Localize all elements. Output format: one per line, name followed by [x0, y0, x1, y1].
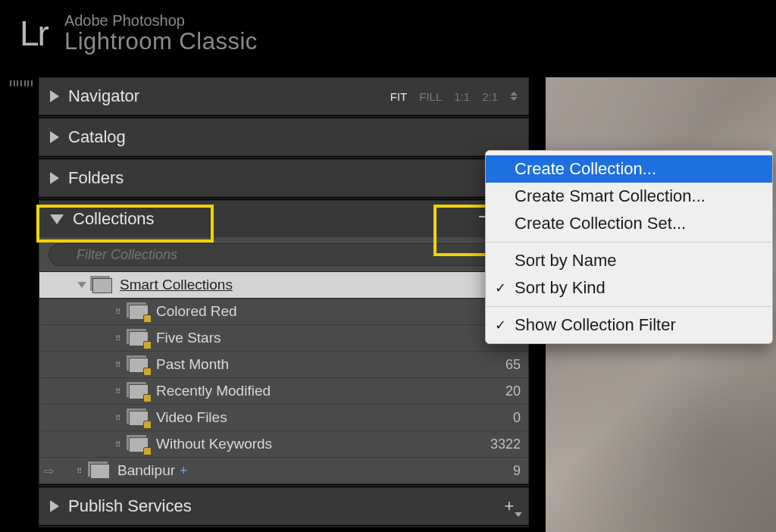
panel-folders: Folders +: [39, 159, 529, 197]
gear-icon: [143, 341, 152, 349]
tree-row[interactable]: ⠿ Five Stars 0: [39, 325, 528, 351]
grip-icon[interactable]: [10, 80, 33, 86]
smart-collection-icon: [129, 411, 149, 426]
left-gutter: [10, 77, 39, 108]
chevron-down-icon: [510, 97, 518, 101]
folders-title: Folders: [68, 168, 124, 188]
catalog-title: Catalog: [68, 127, 126, 147]
filter-collections-input[interactable]: [48, 243, 519, 266]
zoom-stepper[interactable]: [510, 92, 518, 101]
collection-icon: [90, 464, 110, 479]
app-header: Lr Adobe Photoshop Lightroom Classic: [0, 0, 776, 70]
plus-icon: +: [180, 463, 188, 478]
menu-create-collection-set[interactable]: Create Collection Set...: [486, 210, 772, 237]
zoom-fill[interactable]: FILL: [419, 90, 442, 103]
brand-line1: Adobe Photoshop: [64, 12, 258, 29]
tree-row[interactable]: ⠿ Past Month 65: [39, 352, 528, 377]
chevron-right-icon: [50, 90, 59, 102]
panel-publish: Publish Services +: [39, 487, 529, 525]
zoom-fit[interactable]: FIT: [390, 90, 408, 103]
item-label: Past Month: [156, 356, 486, 373]
collections-context-menu: Create Collection... Create Smart Collec…: [485, 150, 773, 344]
left-panel-column: Navigator FIT FILL 1:1 2:1 Catalog: [39, 77, 529, 532]
navigator-zoom-controls: FIT FILL 1:1 2:1: [390, 90, 518, 103]
panel-navigator: Navigator FIT FILL 1:1 2:1: [39, 77, 529, 115]
chevron-right-icon: [50, 172, 59, 184]
tree-row[interactable]: ⠿ Colored Red 22: [39, 299, 528, 324]
expand-icon: ⠿: [115, 414, 123, 422]
panel-catalog: Catalog: [39, 118, 529, 156]
collection-set-icon: [92, 278, 112, 293]
collections-tree: Smart Collections ⠿ Colored Red 22 ⠿: [39, 272, 528, 483]
target-arrow-icon: ⇨: [44, 464, 54, 478]
gear-icon: [143, 394, 152, 402]
publish-title: Publish Services: [68, 496, 192, 516]
zoom-1-1[interactable]: 1:1: [454, 90, 470, 103]
item-count: 20: [486, 383, 528, 399]
chevron-down-icon: [77, 282, 86, 288]
item-label: Colored Red: [156, 303, 486, 320]
chevron-right-icon: [50, 131, 59, 143]
collections-title: Collections: [73, 209, 155, 229]
item-label: Without Keywords: [156, 436, 486, 452]
gear-icon: [143, 315, 152, 323]
menu-sort-by-name[interactable]: Sort by Name: [486, 247, 772, 274]
add-publish-button[interactable]: +: [501, 498, 518, 515]
chevron-down-icon: [50, 214, 64, 224]
smart-collection-icon: [129, 331, 149, 346]
expand-icon: ⠿: [115, 308, 123, 316]
item-count: 9: [486, 463, 528, 479]
brand-line2: Lightroom Classic: [64, 29, 258, 55]
smart-collection-icon: [129, 437, 149, 452]
navigator-title: Navigator: [68, 86, 139, 106]
check-icon: ✓: [495, 280, 506, 296]
expand-icon: ⠿: [77, 467, 84, 475]
publish-header[interactable]: Publish Services +: [39, 488, 528, 524]
chevron-down-icon: [515, 512, 522, 517]
expand-icon: ⠿: [115, 334, 123, 343]
expand-icon: ⠿: [115, 387, 123, 396]
item-count: 65: [486, 357, 528, 373]
collections-body: Smart Collections ⠿ Colored Red 22 ⠿: [39, 237, 528, 483]
tree-row[interactable]: ⠿ Recently Modified 20: [39, 378, 528, 404]
menu-separator: [486, 242, 772, 243]
filter-row: [39, 237, 528, 272]
menu-sort-by-kind[interactable]: ✓Sort by Kind: [486, 274, 772, 302]
app-brand: Adobe Photoshop Lightroom Classic: [64, 12, 258, 55]
gear-icon: [143, 368, 152, 376]
gear-icon: [143, 447, 152, 455]
item-count: 3322: [486, 437, 528, 452]
tree-row-smart-collections[interactable]: Smart Collections: [39, 272, 528, 298]
smart-collection-icon: [129, 384, 149, 399]
chevron-right-icon: [50, 500, 59, 512]
smart-collection-icon: [129, 305, 149, 320]
folders-header[interactable]: Folders +: [39, 160, 528, 196]
panel-separator: [39, 525, 529, 528]
item-label: Video Files: [156, 409, 486, 426]
item-label: Five Stars: [156, 330, 486, 346]
tree-row-bandipur[interactable]: ⇨ ⠿ Bandipur+ 9: [39, 458, 528, 483]
check-icon: ✓: [495, 317, 506, 333]
item-label: Bandipur+: [117, 462, 486, 479]
app-logo: Lr: [20, 13, 48, 54]
item-label: Recently Modified: [156, 383, 486, 399]
expand-icon: ⠿: [115, 440, 123, 449]
menu-create-smart-collection[interactable]: Create Smart Collection...: [486, 183, 772, 210]
navigator-header[interactable]: Navigator FIT FILL 1:1 2:1: [39, 78, 528, 114]
menu-separator: [486, 306, 772, 307]
catalog-header[interactable]: Catalog: [39, 119, 528, 155]
menu-create-collection[interactable]: Create Collection...: [486, 155, 772, 183]
tree-row[interactable]: ⠿ Video Files 0: [39, 405, 528, 430]
zoom-2-1[interactable]: 2:1: [482, 90, 498, 103]
panel-collections: Collections − +: [39, 200, 529, 484]
smart-collection-icon: [129, 358, 149, 373]
tree-row[interactable]: ⠿ Without Keywords 3322: [39, 431, 528, 457]
gear-icon: [143, 421, 152, 429]
menu-show-collection-filter[interactable]: ✓Show Collection Filter: [486, 311, 772, 339]
collections-header[interactable]: Collections − +: [39, 201, 528, 237]
item-count: 0: [486, 410, 528, 426]
expand-icon: ⠿: [115, 361, 123, 369]
chevron-up-icon: [510, 92, 518, 95]
smart-collections-label: Smart Collections: [120, 277, 528, 293]
